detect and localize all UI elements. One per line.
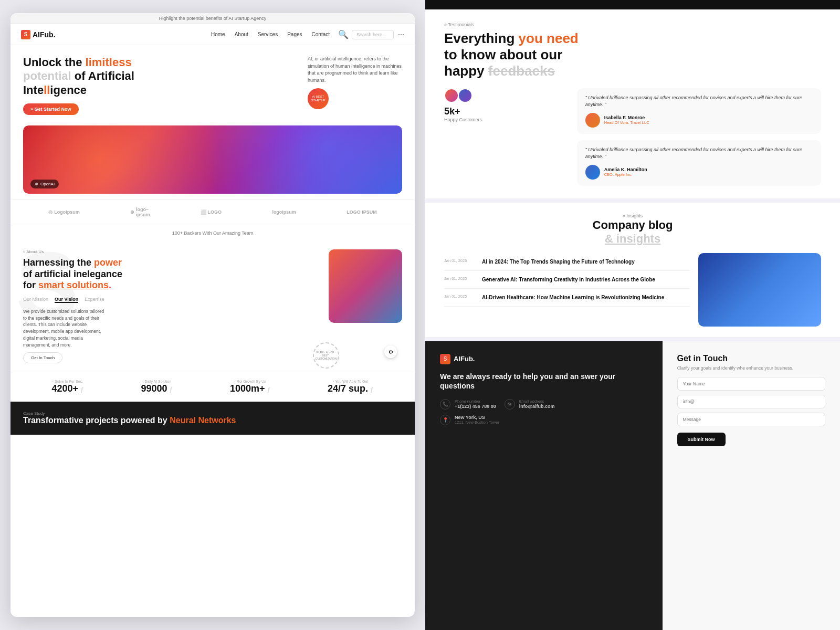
- about-image: [329, 249, 402, 323]
- nav-home[interactable]: Home: [211, 32, 225, 37]
- blog-item-2: Jan 01, 2025 Generative AI: Transforming…: [444, 271, 690, 289]
- tab-our-mission[interactable]: Our Mission: [23, 297, 48, 303]
- contact-logo: S AIFub.: [440, 354, 648, 364]
- logo-2: ⊕ logo–ipsum: [130, 207, 150, 217]
- about-title: Harnessing the power of artificial inele…: [23, 257, 318, 291]
- hero-badge-text: AI BEST STARTUP: [308, 95, 329, 102]
- blog-grid: Jan 01, 2025 AI in 2024: The Top Trends …: [444, 253, 821, 327]
- address-value: New York, US: [455, 415, 499, 420]
- cta-button[interactable]: » Get Started Now: [23, 103, 79, 115]
- form-name-field[interactable]: [677, 377, 826, 391]
- logo-text-5: LOGO IPSUM: [346, 209, 377, 215]
- blog-insights: & insights: [605, 232, 660, 245]
- logo-5: LOGO IPSUM: [346, 209, 377, 215]
- hex-mesh: [23, 125, 402, 194]
- hero-limitless: limitless: [86, 56, 132, 69]
- blog-title-2[interactable]: Generative AI: Transforming Creativity i…: [482, 276, 655, 283]
- contact-info-row: 📞 Phone number +1(123) 456 789 00 ✉ Emai…: [440, 399, 648, 410]
- about-power: power: [94, 257, 122, 268]
- testimonial-card-2: " Unrivaled brilliance surpassing all ot…: [577, 140, 821, 186]
- testimonials-section: » Testimonials Everything you need to kn…: [425, 9, 840, 198]
- search-input[interactable]: Search here...: [352, 30, 394, 39]
- submit-button[interactable]: Submit Now: [677, 433, 726, 446]
- stat-icon-3: ƒ: [267, 386, 270, 393]
- openai-badge: ⊕ OpenAI: [30, 180, 59, 188]
- contact-phone: 📞 Phone number +1(123) 456 789 00: [440, 399, 496, 410]
- tab-our-vision[interactable]: Our Vision: [55, 297, 78, 303]
- dark-section-title: Transformative projects powered by Neura…: [23, 416, 236, 425]
- tab-expertise[interactable]: Expertise: [85, 297, 104, 303]
- contact-dark: S AIFub. We are always ready to help you…: [425, 341, 663, 630]
- dark-section-label: Case Study: [23, 411, 236, 416]
- logo-1: ◎ Logoipsum: [48, 209, 80, 215]
- happy-count: 5k+: [444, 106, 566, 117]
- form-message-field[interactable]: [677, 413, 826, 426]
- about-left: » About Us Harnessing the power of artif…: [23, 249, 318, 363]
- email-icon: ✉: [505, 399, 515, 410]
- top-bar-text: Highlight the potential benefits of AI S…: [159, 16, 267, 21]
- hero-of-ai: of Artificial: [71, 69, 134, 82]
- nav-links: Home About Services Pages Contact: [211, 32, 330, 37]
- stat-label-2: ‹ Daily AI Solution: [141, 380, 173, 383]
- get-in-touch-button[interactable]: Get In Touch: [23, 352, 62, 363]
- author-avatar-1: [585, 113, 600, 128]
- logo-text: AIFub.: [33, 30, 56, 39]
- stats-row: ‹ Solve In Per Sec. 4200+ƒ ‹ Daily AI So…: [10, 372, 415, 402]
- about-label: » About Us: [23, 249, 318, 254]
- logo-text-2: logo–ipsum: [136, 207, 150, 217]
- stat-label-3: ‹ Roi Growth By Us: [230, 380, 270, 383]
- hero-image: ⊕ OpenAI: [23, 125, 402, 194]
- address-detail: 1211, New Bostion Tower: [455, 420, 499, 425]
- nav-services[interactable]: Services: [258, 32, 278, 37]
- hero-image-bg: [23, 125, 402, 194]
- about-title-p1: Harnessing the: [23, 257, 94, 268]
- backers-section: 100+ Backers With Our Amazing Team: [10, 225, 415, 241]
- dark-title-p1: Transformative projects powered by: [23, 416, 170, 425]
- form-subtitle: Clarify your goals and identify whe enha…: [677, 365, 826, 371]
- stat-4: ‹ You Will Able To Get 24/7 sup.ƒ: [328, 380, 374, 394]
- form-email-field[interactable]: [677, 395, 826, 408]
- testimonials-feedbacks: feedbacks: [488, 63, 555, 79]
- blog-title-3[interactable]: AI-Driven Healthcare: How Machine Learni…: [482, 294, 664, 301]
- hero-lli: ll: [44, 83, 50, 97]
- blog-title-1[interactable]: AI in 2024: The Top Trends Shaping the F…: [482, 258, 635, 265]
- nav-search: 🔍 Search here...: [338, 29, 394, 39]
- nav-contact[interactable]: Contact: [312, 32, 330, 37]
- openai-icon: ⊕: [35, 182, 38, 186]
- blog-company: Company blog: [593, 218, 673, 232]
- about-title-p3: for: [23, 280, 38, 290]
- stat-1: ‹ Solve In Per Sec. 4200+ƒ: [51, 380, 83, 394]
- author-info-1: Isabella F. Monroe Head Of Vora. Travel …: [604, 115, 649, 125]
- address-info: New York, US 1211, New Bostion Tower: [455, 415, 499, 425]
- about-smart-solutions: smart solutions: [38, 280, 109, 290]
- testimonials-title: Everything you need to know about our ha…: [444, 30, 821, 80]
- blog-title: Company blog & insights: [444, 218, 821, 246]
- author-avatar-2: [585, 165, 600, 180]
- contact-logo-text: AIFub.: [454, 355, 475, 363]
- stat-label-1: ‹ Solve In Per Sec.: [51, 380, 83, 383]
- logo-text-1: Logoipsum: [54, 209, 80, 215]
- stat-label-4: ‹ You Will Able To Get: [328, 380, 374, 383]
- search-icon[interactable]: 🔍: [338, 29, 349, 39]
- logo-3: ⬜ LOGO: [201, 209, 222, 215]
- about-title-p2: of artificial inelegance: [23, 269, 122, 279]
- author-name-2: Amelia K. Hamilton: [604, 167, 647, 172]
- testimonials-label: » Testimonials: [444, 22, 821, 27]
- nav-about[interactable]: About: [235, 32, 248, 37]
- blog-date-3: Jan 01, 2025: [444, 294, 476, 299]
- contact-footer: S AIFub. We are always ready to help you…: [425, 341, 840, 630]
- nav-pages[interactable]: Pages: [287, 32, 302, 37]
- testimonial-text-2: " Unrivaled brilliance surpassing all ot…: [585, 146, 813, 161]
- logos-row: ◎ Logoipsum ⊕ logo–ipsum ⬜ LOGO logoipsu…: [10, 199, 415, 225]
- blog-section: » Insights Company blog & insights Jan 0…: [425, 203, 840, 337]
- blog-item-1: Jan 01, 2025 AI in 2024: The Top Trends …: [444, 253, 690, 271]
- phone-value: +1(123) 456 789 00: [455, 404, 496, 409]
- stat-value-1: 4200+ƒ: [51, 383, 83, 394]
- left-panel: Highlight the potential benefits of AI S…: [0, 0, 425, 630]
- menu-icon[interactable]: ⋯: [398, 31, 404, 38]
- nav: S AIFub. Home About Services Pages Conta…: [10, 24, 415, 45]
- stat-3: ‹ Roi Growth By Us 1000m+ƒ: [230, 380, 270, 394]
- email-info: Email address info@aifub.com: [519, 399, 555, 409]
- logo-text-4: logoipsum: [272, 209, 296, 215]
- nav-logo[interactable]: S AIFub.: [21, 30, 56, 39]
